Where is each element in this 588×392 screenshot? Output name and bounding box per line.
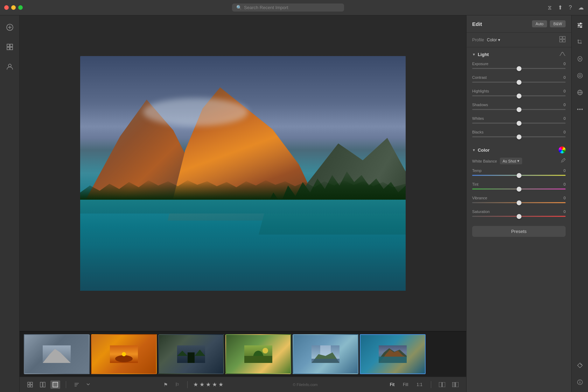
search-input[interactable] xyxy=(244,5,340,10)
far-sidebar-globe[interactable] xyxy=(574,87,586,98)
blacks-thumb[interactable] xyxy=(517,135,522,139)
star-1[interactable]: ★ xyxy=(193,381,198,388)
whites-thumb[interactable] xyxy=(517,121,522,126)
single-view-button[interactable] xyxy=(50,380,60,389)
saturation-slider-row: Saturation 0 xyxy=(467,208,571,222)
far-sidebar-more[interactable] xyxy=(574,104,586,115)
far-sidebar-info[interactable] xyxy=(574,377,586,388)
shadows-thumb[interactable] xyxy=(517,107,522,112)
whites-track[interactable] xyxy=(472,123,566,124)
right-panel: Edit Auto B&W Profile Color ▾ ▼ xyxy=(466,15,571,392)
saturation-track[interactable] xyxy=(472,216,566,217)
far-sidebar-healing[interactable] xyxy=(574,53,586,64)
flag-reject-button[interactable]: ⚐ xyxy=(173,380,182,389)
shadows-value: 0 xyxy=(564,103,566,107)
minimize-button[interactable] xyxy=(11,5,16,10)
highlights-label: Highlights xyxy=(472,89,489,93)
main-photo[interactable] xyxy=(80,56,406,291)
maximize-button[interactable] xyxy=(18,5,23,10)
temp-thumb[interactable] xyxy=(517,173,522,178)
thumb-image-5 xyxy=(293,335,358,373)
flag-pick-button[interactable]: ⚑ xyxy=(161,380,170,389)
temp-value: 0 xyxy=(564,169,566,173)
filmstrip-thumb-4[interactable] xyxy=(225,334,291,374)
square-view-button[interactable] xyxy=(38,380,48,389)
zoom-1to1-button[interactable]: 1:1 xyxy=(414,381,425,388)
svg-rect-46 xyxy=(560,40,562,42)
vibrance-track[interactable] xyxy=(472,202,566,203)
eyedropper-icon[interactable] xyxy=(561,158,566,164)
exposure-thumb[interactable] xyxy=(517,66,522,71)
far-sidebar-tag[interactable] xyxy=(574,360,586,371)
tint-track[interactable] xyxy=(472,188,566,190)
profile-label: Profile xyxy=(472,37,484,42)
shadows-track[interactable] xyxy=(472,109,566,110)
traffic-lights xyxy=(4,5,23,10)
fill-button[interactable]: Fill xyxy=(400,381,411,388)
vibrance-thumb[interactable] xyxy=(517,200,522,205)
filmstrip-thumb-1[interactable] xyxy=(24,334,90,374)
whites-label: Whites xyxy=(472,116,484,121)
help-icon[interactable]: ? xyxy=(569,5,572,11)
blacks-track[interactable] xyxy=(472,136,566,137)
svg-rect-6 xyxy=(10,47,13,50)
filmstrip-thumb-2[interactable] xyxy=(91,334,157,374)
grid-view-button[interactable] xyxy=(25,380,35,389)
highlights-value: 0 xyxy=(564,89,566,93)
highlights-thumb[interactable] xyxy=(517,94,522,98)
highlights-track[interactable] xyxy=(472,95,566,96)
compare-group xyxy=(437,381,461,388)
flags-group: ⚑ ⚐ xyxy=(161,380,182,389)
presets-button[interactable]: Presets xyxy=(472,226,566,237)
compare-button[interactable] xyxy=(437,381,447,388)
temp-track[interactable] xyxy=(472,175,566,176)
thumb-image-1 xyxy=(24,335,89,373)
fit-button[interactable]: Fit xyxy=(387,381,397,388)
sidebar-icon-catalog[interactable] xyxy=(4,41,16,53)
far-sidebar-sliders[interactable] xyxy=(574,20,586,31)
sort-dropdown-button[interactable] xyxy=(84,382,92,387)
svg-point-62 xyxy=(581,109,583,110)
light-section-header[interactable]: ▼ Light xyxy=(467,47,571,60)
sidebar-icon-people[interactable] xyxy=(4,60,16,73)
color-wheel-button[interactable] xyxy=(559,146,566,153)
curve-icon-button[interactable] xyxy=(559,51,566,57)
far-sidebar-crop[interactable] xyxy=(574,36,586,48)
filmstrip-thumb-5[interactable] xyxy=(293,334,358,374)
bw-button[interactable]: B&W xyxy=(550,20,566,27)
shadows-slider-row: Shadows 0 xyxy=(467,101,571,115)
svg-rect-34 xyxy=(40,382,42,387)
sort-button[interactable] xyxy=(72,380,82,389)
exposure-track[interactable] xyxy=(472,68,566,69)
star-3[interactable]: ★ xyxy=(206,381,211,388)
close-button[interactable] xyxy=(4,5,9,10)
filmstrip-thumb-3[interactable] xyxy=(158,334,224,374)
sidebar-icon-add[interactable] xyxy=(4,21,16,34)
whites-slider-row: Whites 0 xyxy=(467,115,571,129)
profile-grid-button[interactable] xyxy=(559,36,566,43)
exposure-label: Exposure xyxy=(472,62,488,66)
separator-1 xyxy=(66,381,66,388)
svg-rect-47 xyxy=(563,40,565,42)
far-sidebar-masking[interactable] xyxy=(574,70,586,81)
far-right-sidebar xyxy=(571,15,588,392)
auto-button[interactable]: Auto xyxy=(532,20,547,27)
star-5[interactable]: ★ xyxy=(218,381,223,388)
svg-point-55 xyxy=(578,73,582,78)
contrast-track[interactable] xyxy=(472,82,566,83)
star-2[interactable]: ★ xyxy=(200,381,204,388)
filmstrip-thumb-6[interactable] xyxy=(360,334,426,374)
share-icon[interactable]: ⬆ xyxy=(558,4,562,11)
tint-thumb[interactable] xyxy=(517,187,522,192)
color-section-header[interactable]: ▼ Color xyxy=(467,142,571,156)
filter-icon[interactable]: ⧖ xyxy=(548,5,552,11)
survey-button[interactable] xyxy=(450,381,461,388)
contrast-thumb[interactable] xyxy=(517,80,522,85)
saturation-thumb[interactable] xyxy=(517,214,522,219)
wb-dropdown[interactable]: As Shot ▾ xyxy=(500,158,523,164)
cloud-icon[interactable]: ☁ xyxy=(578,4,584,11)
contrast-label-row: Contrast 0 xyxy=(472,75,566,80)
star-4[interactable]: ★ xyxy=(212,381,217,388)
profile-row: Profile Color ▾ xyxy=(467,33,571,47)
profile-value[interactable]: Color ▾ xyxy=(487,37,500,42)
